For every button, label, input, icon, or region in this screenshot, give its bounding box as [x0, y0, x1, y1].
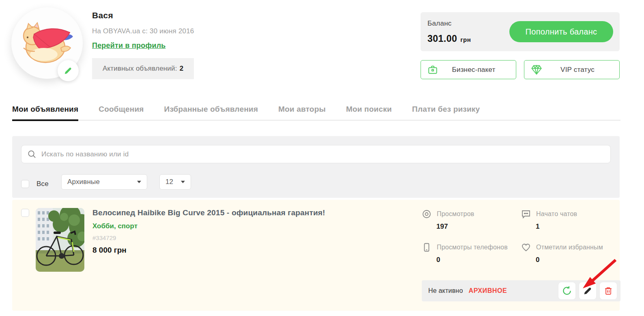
search-input[interactable] [41, 150, 605, 158]
stat-favorites: Отметили избранным 0 [521, 242, 603, 264]
listing-id: #334729 [92, 234, 325, 241]
listing-checkbox[interactable] [21, 209, 29, 217]
tab-messages[interactable]: Сообщения [99, 102, 144, 120]
status-inactive-label: Не активно [428, 287, 463, 294]
tab-pay-without-risk[interactable]: Плати без ризику [412, 102, 480, 120]
diamond-icon [531, 65, 542, 75]
balance-value: 301.00 [427, 33, 457, 44]
tab-my-authors[interactable]: Мои авторы [278, 102, 326, 120]
avatar-edit-button[interactable] [58, 60, 79, 81]
edit-button[interactable] [579, 282, 597, 300]
select-all-label: Все [36, 180, 49, 188]
account-page: { "colors": { "accent_green": "#4ecb5e",… [0, 0, 644, 316]
balance-label: Баланс [427, 19, 452, 28]
stat-views-label: Просмотров [437, 210, 474, 218]
edit-icon [583, 286, 592, 296]
tab-my-searches[interactable]: Мои поиски [346, 102, 392, 120]
stat-views-value: 197 [436, 223, 474, 231]
stat-phone-views-label: Просмотры телефонов [437, 244, 508, 251]
chevron-down-icon [181, 181, 185, 183]
listing-category[interactable]: Хобби, спорт [92, 222, 325, 230]
chats-icon [521, 209, 531, 219]
tab-my-ads[interactable]: Мои объявления [12, 102, 78, 121]
stat-favorites-value: 0 [536, 256, 603, 264]
search-icon [27, 149, 36, 159]
stat-views: Просмотров 197 [422, 209, 474, 231]
briefcase-icon [427, 65, 438, 75]
business-package-label: Бизнес-пакет [438, 66, 509, 74]
balance-panel: Баланс 301.00грн Пополнить баланс [421, 12, 620, 51]
topup-balance-button[interactable]: Пополнить баланс [509, 21, 613, 42]
listing-title[interactable]: Велосипед Haibike Big Curve 2015 - офици… [92, 208, 325, 217]
listing-status-bar: Не активно АРХИВНОЕ [422, 280, 620, 301]
views-icon [422, 209, 431, 219]
select-all-checkbox[interactable] [21, 180, 29, 188]
per-page-value: 12 [165, 178, 173, 186]
active-ads-counter: Активных объявлений: 2 [92, 58, 194, 79]
balance-currency: грн [460, 36, 471, 43]
per-page-dropdown[interactable]: 12 [159, 174, 191, 190]
user-name: Вася [92, 11, 194, 20]
vip-status-button[interactable]: VIP статус [524, 60, 620, 79]
stat-favorites-label: Отметили избранным [536, 244, 603, 251]
active-ads-count: 2 [180, 65, 184, 73]
stat-chats-value: 1 [536, 223, 577, 231]
status-filter-dropdown[interactable]: Архивные [61, 174, 147, 190]
vip-status-label: VIP статус [542, 66, 613, 74]
search-box [21, 145, 611, 163]
status-archived-badge: АРХИВНОЕ [468, 287, 507, 294]
stat-chats: Начато чатов 1 [521, 209, 577, 231]
cat-avatar-illustration [20, 22, 74, 64]
phone-views-icon [422, 242, 431, 252]
pencil-icon [64, 66, 73, 75]
balance-amount: 301.00грн [427, 33, 471, 44]
delete-button[interactable] [599, 282, 617, 300]
account-tabs: Мои объявления Сообщения Избранные объяв… [12, 102, 620, 121]
tab-favorite-ads[interactable]: Избранные объявления [164, 102, 258, 120]
member-since: На OBYAVA.ua с: 30 июня 2016 [92, 27, 194, 35]
listing-photo[interactable] [36, 208, 84, 272]
listing-actions [558, 282, 617, 300]
active-ads-label: Активных объявлений: [103, 65, 177, 73]
business-package-button[interactable]: Бизнес-пакет [421, 60, 516, 79]
restore-icon [562, 286, 572, 296]
stat-chats-label: Начато чатов [536, 210, 577, 218]
status-filter-value: Архивные [67, 178, 100, 186]
go-to-profile-link[interactable]: Перейти в профиль [92, 41, 166, 50]
stat-phone-views-value: 0 [436, 256, 508, 264]
listing-card: Велосипед Haibike Big Curve 2015 - офици… [12, 200, 620, 311]
filters-panel: Все Архивные 12 [12, 136, 620, 198]
bike-photo-illustration [36, 208, 84, 272]
favorites-icon [521, 242, 531, 252]
chevron-down-icon [137, 181, 141, 183]
stat-phone-views: Просмотры телефонов 0 [422, 242, 508, 264]
listing-price: 8 000 грн [92, 246, 325, 255]
delete-icon [603, 286, 613, 296]
restore-button[interactable] [558, 282, 576, 300]
